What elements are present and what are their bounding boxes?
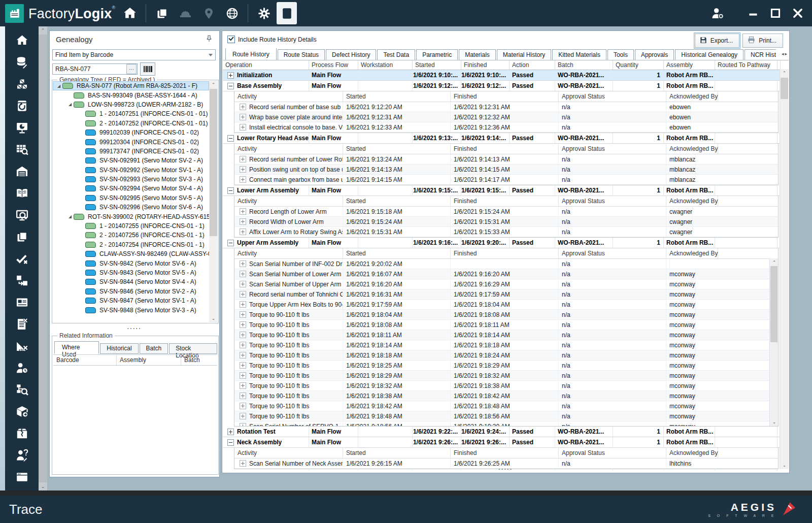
sidebar-item-check-remove[interactable] — [15, 252, 29, 266]
sidebar-item-monitor-search[interactable] — [15, 208, 29, 222]
user-logout-icon[interactable] — [708, 5, 727, 22]
activity-row[interactable]: Record Width of Lower Arm1/6/2021 9:15:2… — [234, 217, 778, 227]
sidebar-item-trace-book[interactable] — [15, 99, 29, 113]
activity-column-header[interactable]: Activity — [234, 448, 343, 458]
scroll-up-icon[interactable]: ⌃ — [39, 26, 47, 35]
minimize-button[interactable] — [744, 5, 762, 22]
activity-column-header[interactable]: Acknowledged By — [666, 144, 718, 154]
home-icon[interactable] — [119, 3, 141, 24]
scroll-up-icon[interactable]: ⌃ — [780, 69, 789, 77]
tab-route-history[interactable]: Route History — [225, 48, 277, 60]
splitter-handle[interactable]: ····· — [222, 466, 789, 472]
include-route-history-checkbox[interactable] — [227, 36, 235, 43]
activity-column-header[interactable]: Acknowledged By — [666, 248, 718, 258]
activity-column-header[interactable]: Started — [343, 448, 451, 458]
collapse-icon[interactable] — [227, 135, 234, 142]
tree-item[interactable]: ◢ROT-SN-399002 (ROTARY-HEAD-ASSY-615 - G… — [53, 212, 209, 221]
map-pin-icon[interactable] — [198, 3, 219, 24]
activity-column-header[interactable]: Approval Status — [559, 248, 666, 258]
tab-ncr-history[interactable]: NCR History — [745, 49, 776, 60]
activity-row[interactable]: Torque to 90-110 ft lbs1/6/2021 9:18:48 … — [234, 411, 778, 421]
expand-icon[interactable] — [240, 291, 246, 298]
sidebar-item-transfer-boxes[interactable] — [15, 274, 29, 287]
hardhat-icon[interactable] — [175, 3, 196, 24]
scroll-down-icon[interactable]: ⌄ — [209, 314, 218, 322]
tree-item[interactable]: 1 - 201407255 (INFORCE-CNS-01 - 1) — [53, 221, 209, 231]
expand-icon[interactable] — [240, 403, 246, 409]
expand-icon[interactable] — [240, 393, 246, 399]
column-header-finished[interactable]: Finished — [461, 60, 510, 70]
operation-row[interactable]: InitializationMain Flow1/6/2021 9:10:...… — [223, 70, 789, 81]
trace-book-icon[interactable] — [277, 2, 297, 24]
tab-route-status[interactable]: Route Status — [278, 49, 325, 60]
scroll-up-icon[interactable]: ⌃ — [770, 258, 779, 267]
tab-approvals[interactable]: Approvals — [635, 49, 674, 60]
column-header-action[interactable]: Action — [510, 60, 555, 70]
activity-column-header[interactable]: Activity — [234, 248, 343, 258]
column-header-batch[interactable]: Batch — [555, 60, 613, 70]
print-button[interactable]: Print... — [742, 34, 783, 48]
sub-table-scrollbar[interactable]: ⌃⌄ — [769, 258, 778, 426]
export-button[interactable]: Export... — [695, 34, 740, 48]
tree-item[interactable]: ◢LOW-SN-998723 (LOWER-ARM-2182 - B) — [53, 100, 209, 109]
tab-parametric[interactable]: Parametric — [416, 49, 458, 60]
tab-materials[interactable]: Materials — [459, 49, 496, 60]
expand-icon[interactable] — [240, 176, 246, 183]
activity-row[interactable]: Affix Lower Arm to Rotary Swing Asse...1… — [234, 227, 778, 237]
activity-column-header[interactable]: Approval Status — [559, 448, 666, 458]
pin-icon[interactable] — [205, 35, 213, 44]
splitter-handle[interactable]: ····· — [50, 325, 219, 332]
expand-icon[interactable] — [240, 423, 246, 426]
column-header-routed-to-pathway[interactable]: Routed To Pathway — [715, 60, 777, 70]
activity-row[interactable]: Position swing unit on top of base unit … — [234, 165, 778, 175]
expand-icon[interactable] — [240, 124, 246, 130]
activity-column-header[interactable]: Acknowledged By — [666, 196, 718, 206]
collapse-icon[interactable] — [227, 240, 234, 246]
collapse-icon[interactable] — [227, 187, 234, 194]
scrollbar-thumb[interactable] — [770, 266, 777, 342]
tree-expander-icon[interactable]: ◢ — [66, 102, 74, 107]
activity-row[interactable]: Torque to 90-110 ft lbs1/6/2021 9:18:42 … — [234, 401, 778, 411]
expand-icon[interactable] — [240, 281, 246, 287]
tree-item[interactable]: 1 - 201407251 (INFORCE-CNS-01 - 01) — [53, 109, 209, 118]
tree-item[interactable]: 999102039 (INFORCE-CNS-01 - 02) — [53, 128, 209, 137]
sidebar-item-pallet-crates[interactable] — [15, 77, 29, 91]
barcode-input[interactable]: RBA-SN-077 ··· — [52, 63, 138, 75]
collapse-icon[interactable] — [227, 83, 234, 89]
activity-row[interactable]: Torque to 90-110 ft lbs1/6/2021 9:18:38 … — [234, 391, 778, 401]
activity-row[interactable]: Record serial number of base sub asse...… — [234, 102, 778, 112]
tree-item[interactable]: SV-SN-092996 (Servo Motor SV-6 - A) — [53, 203, 209, 212]
tab-historical-genealogy[interactable]: Historical Genealogy — [675, 49, 743, 60]
activity-row[interactable]: Scan Serial Number of Lower Arm1/6/2021 … — [234, 269, 778, 279]
scroll-down-icon[interactable]: ⌄ — [770, 418, 779, 426]
activity-row[interactable]: Torque to 90-110 ft lbs1/6/2021 9:18:11 … — [234, 330, 778, 340]
tree-item[interactable]: SV-SN-092991 (Servo Motor SV-2 - A) — [53, 156, 209, 165]
column-header-workstation[interactable]: Workstation — [358, 60, 413, 70]
maximize-button[interactable] — [766, 5, 785, 22]
related-column-header[interactable]: Assembly — [117, 355, 181, 365]
activity-row[interactable]: Install electrical console to base. Veri… — [234, 122, 778, 133]
tree-scrollbar[interactable]: ⌃ ⌄ — [209, 81, 218, 322]
sidebar-item-window-partial[interactable] — [15, 470, 29, 484]
tree-item[interactable]: BAS-SN-993049 (BASE-ASSY-1644 - A) — [53, 90, 209, 100]
activity-row[interactable]: Torque to 90-110 ft lbs1/6/2021 9:18:25 … — [234, 361, 778, 371]
activity-row[interactable]: Scan Serial Number of Upper Arm1/6/2021 … — [234, 279, 778, 289]
expand-icon[interactable] — [240, 260, 246, 267]
expand-icon[interactable] — [240, 271, 246, 277]
tree-item[interactable]: 999120304 (INFORCE-CNS-01 - 02) — [53, 137, 209, 146]
activity-row[interactable]: Torque to 90-110 ft lbs1/6/2021 9:18:29 … — [234, 371, 778, 381]
tree-item[interactable]: SV-SN-9842 (Servo Motor SV-6 - A) — [53, 258, 209, 268]
activity-column-header[interactable]: Finished — [451, 91, 559, 102]
sidebar-item-user-question[interactable] — [15, 448, 29, 462]
column-header-assembly[interactable]: Assembly — [664, 60, 715, 70]
sidebar-item-grid-search[interactable] — [15, 143, 29, 156]
sidebar-item-copy-pages[interactable] — [15, 230, 29, 244]
activity-row[interactable]: Record Length of Lower Arm1/6/2021 9:15:… — [234, 207, 778, 217]
activity-column-header[interactable]: Finished — [451, 196, 559, 206]
expand-icon[interactable] — [240, 342, 246, 348]
expand-icon[interactable] — [240, 372, 246, 379]
activity-row[interactable]: Torque to 90-110 ft lbs1/6/2021 9:18:04 … — [234, 310, 778, 320]
activity-column-header[interactable]: Acknowledged By — [666, 448, 718, 458]
tab-tools[interactable]: Tools — [607, 49, 634, 60]
sidebar-item-user-clock[interactable] — [15, 361, 29, 375]
